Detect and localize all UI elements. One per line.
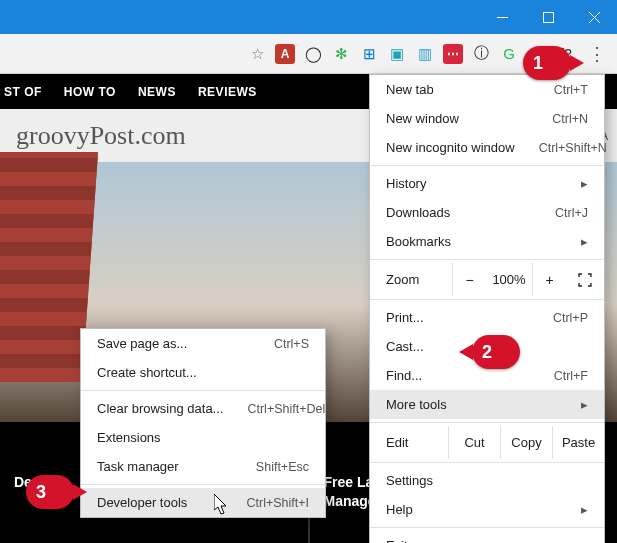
fullscreen-button[interactable]: [566, 273, 604, 287]
menu-label: Create shortcut...: [97, 365, 309, 380]
submenu-arrow-icon: ▸: [581, 176, 588, 191]
menu-shortcut: Ctrl+F: [554, 369, 588, 383]
zoom-value: 100%: [486, 272, 532, 287]
menu-shortcut: Ctrl+T: [554, 83, 588, 97]
window-close-button[interactable]: [571, 0, 617, 34]
edit-paste-button[interactable]: Paste: [552, 426, 604, 459]
menu-new-tab[interactable]: New tab Ctrl+T: [370, 75, 604, 104]
lastpass-icon[interactable]: ⋯: [443, 44, 463, 64]
menu-shortcut: Ctrl+Shift+N: [539, 141, 607, 155]
nav-item[interactable]: REVIEWS: [198, 85, 257, 99]
menu-label: Help: [386, 502, 557, 517]
grammar-icon[interactable]: G: [499, 44, 519, 64]
menu-shortcut: Ctrl+Shift+I: [246, 496, 309, 510]
svg-rect-1: [543, 12, 553, 22]
menu-downloads[interactable]: Downloads Ctrl+J: [370, 198, 604, 227]
menu-label: Extensions: [97, 430, 309, 445]
submenu-save-page[interactable]: Save page as... Ctrl+S: [81, 329, 325, 358]
submenu-task-manager[interactable]: Task manager Shift+Esc: [81, 452, 325, 481]
window-maximize-button[interactable]: [525, 0, 571, 34]
main-menu-button[interactable]: ⋮: [583, 40, 611, 68]
window-minimize-button[interactable]: [479, 0, 525, 34]
star-icon[interactable]: ☆: [247, 44, 267, 64]
menu-shortcut: Shift+Esc: [256, 460, 309, 474]
menu-help[interactable]: Help ▸: [370, 495, 604, 524]
menu-shortcut: Ctrl+Shift+Del: [247, 402, 325, 416]
menu-zoom: Zoom − 100% +: [370, 263, 604, 296]
card-icon[interactable]: ▥: [415, 44, 435, 64]
acrobat-icon[interactable]: A: [275, 44, 295, 64]
submenu-arrow-icon: ▸: [581, 234, 588, 249]
zoom-label: Zoom: [386, 272, 452, 287]
menu-history[interactable]: History ▸: [370, 169, 604, 198]
menu-label: Save page as...: [97, 336, 250, 351]
menu-edit: Edit Cut Copy Paste: [370, 426, 604, 459]
zoom-out-button[interactable]: −: [452, 263, 486, 296]
menu-label: New window: [386, 111, 528, 126]
menu-label: Developer tools: [97, 495, 222, 510]
more-tools-submenu: Save page as... Ctrl+S Create shortcut..…: [80, 328, 326, 518]
menu-exit[interactable]: Exit: [370, 531, 604, 543]
menu-label: More tools: [386, 397, 557, 412]
menu-label: Task manager: [97, 459, 232, 474]
edit-cut-button[interactable]: Cut: [448, 426, 500, 459]
menu-label: History: [386, 176, 557, 191]
menu-label: Downloads: [386, 205, 531, 220]
annotation-callout-2: 2: [472, 335, 520, 369]
zoom-in-button[interactable]: +: [532, 263, 566, 296]
menu-new-incognito[interactable]: New incognito window Ctrl+Shift+N: [370, 133, 604, 162]
menu-label: Exit: [386, 538, 588, 543]
main-menu: New tab Ctrl+T New window Ctrl+N New inc…: [369, 74, 605, 543]
callout-number: 1: [533, 53, 543, 74]
menu-label: Find...: [386, 368, 530, 383]
windows-icon[interactable]: ⊞: [359, 44, 379, 64]
annotation-callout-3: 3: [26, 475, 74, 509]
menu-shortcut: Ctrl+N: [552, 112, 588, 126]
save-icon[interactable]: ▣: [387, 44, 407, 64]
menu-label: Bookmarks: [386, 234, 557, 249]
menu-label: Print...: [386, 310, 529, 325]
window-titlebar: [0, 0, 617, 34]
site-logo[interactable]: groovyPost.com: [16, 121, 186, 151]
submenu-extensions[interactable]: Extensions: [81, 423, 325, 452]
submenu-developer-tools[interactable]: Developer tools Ctrl+Shift+I: [81, 488, 325, 517]
info-icon[interactable]: ⓘ: [471, 44, 491, 64]
menu-shortcut: Ctrl+J: [555, 206, 588, 220]
submenu-clear-browsing-data[interactable]: Clear browsing data... Ctrl+Shift+Del: [81, 394, 325, 423]
annotation-callout-1: 1: [523, 46, 571, 80]
evernote-icon[interactable]: ✻: [331, 44, 351, 64]
callout-number: 3: [36, 482, 46, 503]
menu-more-tools[interactable]: More tools ▸: [370, 390, 604, 419]
chat-icon[interactable]: ◯: [303, 44, 323, 64]
nav-item[interactable]: ST OF: [4, 85, 42, 99]
submenu-arrow-icon: ▸: [581, 502, 588, 517]
menu-bookmarks[interactable]: Bookmarks ▸: [370, 227, 604, 256]
mouse-cursor-icon: [214, 494, 230, 516]
menu-settings[interactable]: Settings: [370, 466, 604, 495]
menu-label: New tab: [386, 82, 530, 97]
menu-shortcut: Ctrl+P: [553, 311, 588, 325]
menu-print[interactable]: Print... Ctrl+P: [370, 303, 604, 332]
menu-label: Clear browsing data...: [97, 401, 223, 416]
submenu-create-shortcut[interactable]: Create shortcut...: [81, 358, 325, 387]
nav-item[interactable]: HOW TO: [64, 85, 116, 99]
menu-label: New incognito window: [386, 140, 515, 155]
submenu-arrow-icon: ▸: [581, 397, 588, 412]
nav-item[interactable]: NEWS: [138, 85, 176, 99]
edit-copy-button[interactable]: Copy: [500, 426, 552, 459]
edit-label: Edit: [386, 435, 448, 450]
menu-shortcut: Ctrl+S: [274, 337, 309, 351]
callout-number: 2: [482, 342, 492, 363]
menu-new-window[interactable]: New window Ctrl+N: [370, 104, 604, 133]
menu-label: Settings: [386, 473, 588, 488]
